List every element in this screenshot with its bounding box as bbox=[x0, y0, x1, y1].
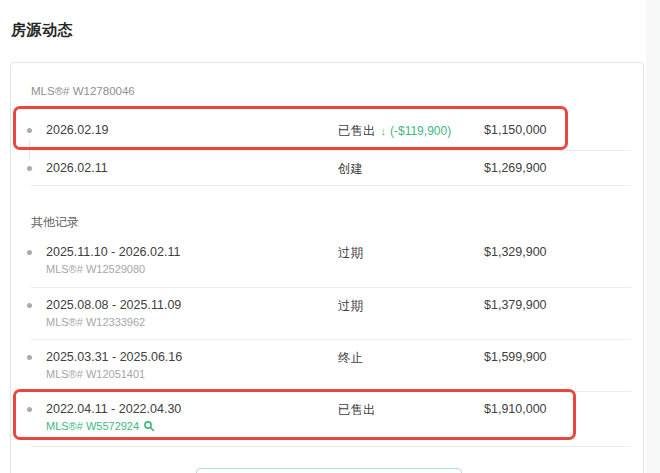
row-price: $1,269,900 bbox=[484, 161, 547, 175]
row-price: $1,379,900 bbox=[484, 298, 547, 312]
timeline-dot-icon bbox=[27, 166, 32, 171]
row-date: 2022.04.11 - 2022.04.30 bbox=[46, 402, 181, 416]
row-status: 已售出 bbox=[338, 402, 376, 419]
row-date: 2026.02.19 bbox=[46, 123, 109, 137]
status-text: 已售出 bbox=[338, 124, 376, 138]
row-price: $1,329,900 bbox=[484, 245, 547, 259]
history-row-sold-past: 2022.04.11 - 2022.04.30 MLS®# W5572924 已… bbox=[11, 402, 643, 436]
mls-section-label: MLS®# W12780046 bbox=[31, 85, 135, 97]
listing-activity-page: 房源动态 MLS®# W12780046 2026.02.19 已售出↓(-$1… bbox=[0, 0, 660, 473]
timeline-dot-icon bbox=[27, 128, 32, 133]
history-row-created: 2026.02.11 创建 $1,269,900 bbox=[11, 161, 643, 195]
row-status: 已售出↓(-$119,900) bbox=[338, 123, 451, 140]
page-title: 房源动态 bbox=[11, 21, 73, 40]
timeline-dot-icon bbox=[27, 303, 32, 308]
row-divider bbox=[31, 150, 631, 151]
row-price: $1,910,000 bbox=[484, 402, 547, 416]
row-divider bbox=[31, 446, 631, 447]
mls-listing-link[interactable]: MLS®# W5572924 bbox=[46, 420, 155, 432]
timeline-connector bbox=[29, 140, 30, 159]
other-records-label: 其他记录 bbox=[31, 214, 79, 231]
listing-history-card: MLS®# W12780046 2026.02.19 已售出↓(-$119,90… bbox=[10, 62, 644, 473]
history-row-expired: 2025.08.08 - 2025.11.09 MLS®# W12333962 … bbox=[11, 298, 643, 332]
mls-link-text: MLS®# W5572924 bbox=[46, 420, 139, 432]
row-status: 过期 bbox=[338, 298, 363, 315]
row-divider bbox=[31, 339, 631, 340]
row-mls-number: MLS®# W12529080 bbox=[46, 263, 145, 275]
show-more-button[interactable] bbox=[196, 468, 462, 473]
history-row-expired: 2025.11.10 - 2026.02.11 MLS®# W12529080 … bbox=[11, 245, 643, 279]
price-change-amount: (-$119,900) bbox=[390, 124, 451, 138]
row-price: $1,150,000 bbox=[484, 123, 547, 137]
section-divider bbox=[31, 185, 631, 186]
row-divider bbox=[31, 391, 631, 392]
history-row-terminated: 2025.03.31 - 2025.06.16 MLS®# W12051401 … bbox=[11, 350, 643, 384]
row-date: 2025.08.08 - 2025.11.09 bbox=[46, 298, 181, 312]
history-row-sold-current: 2026.02.19 已售出↓(-$119,900) $1,150,000 bbox=[11, 123, 643, 157]
row-date: 2026.02.11 bbox=[46, 161, 108, 175]
price-drop-arrow-icon: ↓ bbox=[381, 125, 387, 137]
search-icon bbox=[143, 420, 155, 432]
row-status: 创建 bbox=[338, 161, 363, 178]
row-date: 2025.03.31 - 2025.06.16 bbox=[46, 350, 182, 364]
row-mls-number: MLS®# W12333962 bbox=[46, 316, 145, 328]
row-mls-number: MLS®# W12051401 bbox=[46, 368, 145, 380]
timeline-dot-icon bbox=[27, 407, 32, 412]
row-status: 终止 bbox=[338, 350, 363, 367]
page-background-strip bbox=[646, 0, 660, 473]
row-divider bbox=[31, 287, 631, 288]
row-status: 过期 bbox=[338, 245, 363, 262]
timeline-dot-icon bbox=[27, 355, 32, 360]
timeline-dot-icon bbox=[27, 250, 32, 255]
row-price: $1,599,900 bbox=[484, 350, 547, 364]
row-date: 2025.11.10 - 2026.02.11 bbox=[46, 245, 180, 259]
